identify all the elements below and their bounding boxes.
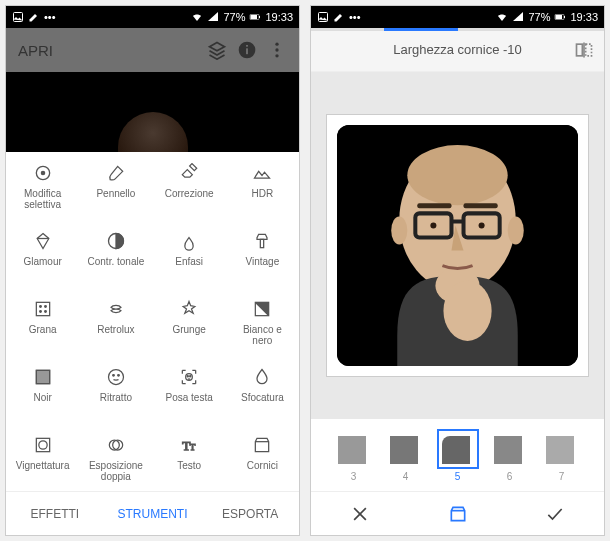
battery-icon: [249, 11, 261, 23]
wifi-icon: [496, 11, 508, 23]
hdr-icon: [251, 162, 273, 184]
noir-icon: [32, 366, 54, 388]
clock: 19:33: [570, 11, 598, 23]
battery-percent: 77%: [528, 11, 550, 23]
svg-point-57: [508, 216, 524, 244]
tool-testo[interactable]: TTTesto: [153, 424, 226, 491]
tool-contr-tonale[interactable]: Contr. tonale: [79, 220, 152, 288]
status-bar: ••• 77% 19:33: [6, 6, 299, 28]
more-icon[interactable]: [267, 40, 287, 60]
tool-label: Grunge: [172, 324, 205, 346]
tab-strumenti[interactable]: STRUMENTI: [104, 492, 202, 535]
svg-point-20: [44, 311, 46, 313]
tool-label: Ritratto: [100, 392, 132, 414]
tool-vintage[interactable]: Vintage: [226, 220, 299, 288]
status-dots: •••: [349, 11, 361, 23]
tool-ritratto[interactable]: Ritratto: [79, 356, 152, 424]
tool-pennello[interactable]: Pennello: [79, 152, 152, 220]
tool-grunge[interactable]: Grunge: [153, 288, 226, 356]
svg-point-51: [430, 222, 436, 228]
tool-label: Bianco e nero: [243, 324, 282, 346]
tool-bianco-nero[interactable]: Bianco e nero: [226, 288, 299, 356]
svg-rect-16: [36, 302, 49, 315]
frame-slider-header[interactable]: Larghezza cornice -10: [311, 28, 604, 72]
frame-thumb-3[interactable]: 3: [332, 429, 376, 482]
open-button[interactable]: APRI: [18, 42, 197, 59]
svg-point-19: [39, 311, 41, 313]
tools-panel: Modifica selettivaPennelloCorrezioneHDRG…: [6, 152, 299, 491]
tool-correzione[interactable]: Correzione: [153, 152, 226, 220]
retrolux-icon: [105, 298, 127, 320]
tool-cornici[interactable]: Cornici: [226, 424, 299, 491]
sfocatura-icon: [251, 366, 273, 388]
enfasi-icon: [178, 230, 200, 252]
photo-preview[interactable]: [6, 72, 299, 152]
tool-retrolux[interactable]: Retrolux: [79, 288, 152, 356]
svg-point-55: [443, 281, 491, 341]
tool-label: Grana: [29, 324, 57, 346]
apply-button[interactable]: [506, 492, 604, 535]
frames-button[interactable]: [409, 492, 507, 535]
svg-point-8: [275, 48, 278, 51]
svg-rect-53: [417, 203, 451, 208]
portrait-image: [337, 125, 578, 366]
pencil-icon: [333, 11, 345, 23]
app-header: APRI: [6, 28, 299, 72]
ritratto-icon: [105, 366, 127, 388]
tool-label: Noir: [33, 392, 51, 414]
modifica-selettiva-icon: [32, 162, 54, 184]
tool-sfocatura[interactable]: Sfocatura: [226, 356, 299, 424]
svg-point-17: [39, 306, 41, 308]
frame-thumb-4[interactable]: 4: [384, 429, 428, 482]
tool-esposizione-doppia[interactable]: Esposizione doppia: [79, 424, 152, 491]
thumb-label: 3: [351, 471, 357, 482]
bottom-tabs: EFFETTI STRUMENTI ESPORTA: [6, 491, 299, 535]
signal-icon: [512, 11, 524, 23]
tool-noir[interactable]: Noir: [6, 356, 79, 424]
svg-point-56: [391, 216, 407, 244]
svg-rect-15: [261, 239, 264, 247]
compare-icon[interactable]: [574, 40, 594, 60]
tool-glamour[interactable]: Glamour: [6, 220, 79, 288]
tool-label: Correzione: [165, 188, 214, 210]
tool-label: Posa testa: [165, 392, 212, 414]
tool-label: Pennello: [96, 188, 135, 210]
frame-thumb-7[interactable]: 7: [540, 429, 584, 482]
svg-point-24: [108, 370, 123, 385]
svg-point-52: [479, 222, 485, 228]
pencil-icon: [28, 11, 40, 23]
frame-thumb-5[interactable]: 5: [436, 429, 480, 482]
testo-icon: TT: [178, 434, 200, 456]
tool-vignettatura[interactable]: Vignettatura: [6, 424, 79, 491]
tool-label: Glamour: [23, 256, 61, 278]
info-icon[interactable]: [237, 40, 257, 60]
svg-rect-40: [564, 16, 565, 18]
tool-label: Modifica selettiva: [24, 188, 61, 210]
tool-modifica-selettiva[interactable]: Modifica selettiva: [6, 152, 79, 220]
canvas[interactable]: [311, 72, 604, 419]
cancel-button[interactable]: [311, 492, 409, 535]
status-dots: •••: [44, 11, 56, 23]
phone-right-frames: ••• 77% 19:33 Larghezza cornice -10: [310, 5, 605, 536]
status-bar: ••• 77% 19:33: [311, 6, 604, 28]
tool-label: Contr. tonale: [88, 256, 145, 278]
clock: 19:33: [265, 11, 293, 23]
svg-text:T: T: [190, 442, 196, 452]
svg-rect-3: [259, 16, 260, 18]
layers-icon[interactable]: [207, 40, 227, 60]
svg-rect-39: [556, 15, 563, 19]
thumb-label: 5: [455, 471, 461, 482]
tool-label: Retrolux: [97, 324, 134, 346]
vignettatura-icon: [32, 434, 54, 456]
tab-esporta[interactable]: ESPORTA: [201, 492, 299, 535]
tool-enfasi[interactable]: Enfasi: [153, 220, 226, 288]
slider-value-label: Larghezza cornice -10: [393, 42, 522, 57]
cornici-icon: [251, 434, 273, 456]
tool-hdr[interactable]: HDR: [226, 152, 299, 220]
tool-posa-testa[interactable]: Posa testa: [153, 356, 226, 424]
tab-effetti[interactable]: EFFETTI: [6, 492, 104, 535]
frame-thumb-6[interactable]: 6: [488, 429, 532, 482]
tool-grana[interactable]: Grana: [6, 288, 79, 356]
tool-label: Vintage: [246, 256, 280, 278]
esposizione-doppia-icon: [105, 434, 127, 456]
